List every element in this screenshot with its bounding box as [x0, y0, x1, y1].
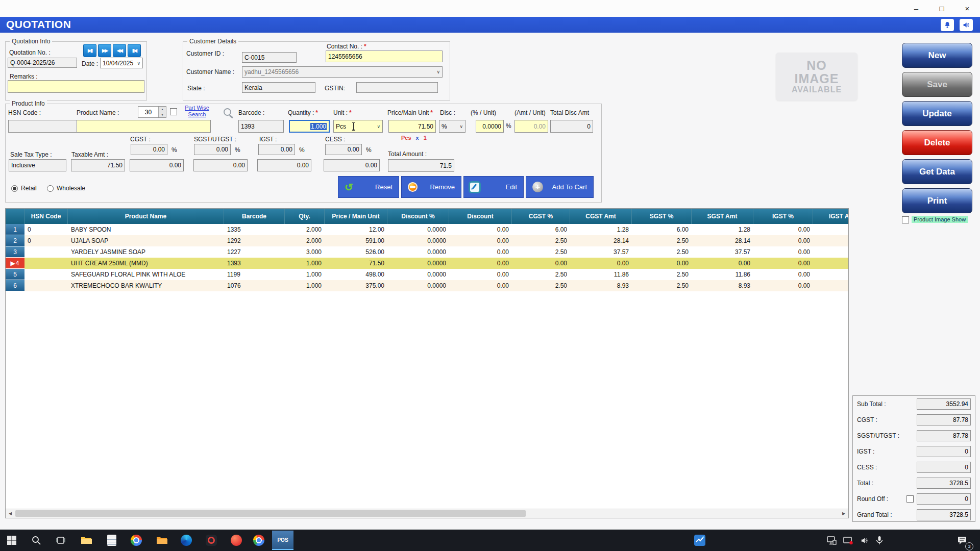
- table-cell[interactable]: 0.00: [753, 280, 813, 291]
- table-cell[interactable]: 0: [24, 235, 68, 246]
- nav-last-icon[interactable]: ▶▮: [83, 44, 96, 57]
- column-header[interactable]: HSN Code: [24, 209, 68, 224]
- scroll-left-icon[interactable]: ◀: [6, 510, 14, 517]
- row-number-cell[interactable]: ▶4: [6, 258, 24, 269]
- table-cell[interactable]: [813, 224, 849, 235]
- table-cell[interactable]: 28.14: [570, 235, 632, 246]
- table-cell[interactable]: 0.00: [753, 246, 813, 258]
- table-cell[interactable]: 0.0000: [387, 269, 449, 280]
- table-cell[interactable]: 2.50: [512, 246, 570, 258]
- table-cell[interactable]: 1335: [224, 224, 285, 235]
- column-header[interactable]: IGST Amt: [813, 209, 849, 224]
- nav-prev-icon[interactable]: ◀◀: [113, 44, 126, 57]
- sgst-pct-field[interactable]: 0.00: [194, 144, 231, 155]
- table-cell[interactable]: XTREMECHOCO BAR KWALITY: [68, 280, 224, 291]
- table-cell[interactable]: 1.28: [570, 224, 632, 235]
- column-header[interactable]: Product Name: [68, 209, 224, 224]
- new-button[interactable]: New: [902, 43, 972, 68]
- table-cell[interactable]: 37.57: [692, 246, 753, 258]
- table-cell[interactable]: 11.86: [692, 269, 753, 280]
- folder-app-icon[interactable]: [155, 534, 168, 547]
- table-row[interactable]: 5SAFEGUARD FLORAL PINK WITH ALOE11991.00…: [6, 269, 849, 280]
- column-header[interactable]: SGST %: [632, 209, 692, 224]
- product-name-field[interactable]: [77, 120, 211, 133]
- row-number-cell[interactable]: 2: [6, 235, 24, 246]
- table-cell[interactable]: 0.00: [570, 258, 632, 269]
- table-row[interactable]: 6XTREMECHOCO BAR KWALITY10761.000375.000…: [6, 280, 849, 291]
- cess-pct-field[interactable]: 0.00: [325, 144, 362, 155]
- scroll-right-icon[interactable]: ▶: [840, 510, 848, 517]
- pct-per-unit-field[interactable]: 0.0000: [476, 120, 504, 133]
- table-cell[interactable]: 526.00: [325, 246, 387, 258]
- pos-app-taskbar-item[interactable]: POS: [272, 531, 293, 550]
- table-cell[interactable]: 0.00: [449, 246, 512, 258]
- microphone-icon[interactable]: [873, 534, 886, 547]
- total-amount-field[interactable]: 71.5: [388, 159, 454, 172]
- table-cell[interactable]: 0.00: [753, 235, 813, 246]
- table-row[interactable]: 3YARDELY JASMINE SOAP12273.000526.000.00…: [6, 246, 849, 258]
- table-cell[interactable]: 0.00: [449, 258, 512, 269]
- table-cell[interactable]: 1227: [224, 246, 285, 258]
- table-cell[interactable]: UHT CREAM 250ML (MMD): [68, 258, 224, 269]
- customer-name-dropdown[interactable]: yadhu_1245565656∨: [242, 66, 443, 78]
- cgst-amt-field[interactable]: 0.00: [130, 159, 184, 171]
- table-cell[interactable]: 1.000: [285, 258, 325, 269]
- notepad-icon[interactable]: [105, 534, 118, 547]
- tray-volume-icon[interactable]: [857, 534, 871, 547]
- table-cell[interactable]: 0.0000: [387, 235, 449, 246]
- table-row[interactable]: 20UJALA SOAP12922.000591.000.00000.002.5…: [6, 235, 849, 246]
- maximize-button[interactable]: □: [929, 0, 954, 17]
- table-cell[interactable]: 6.00: [512, 224, 570, 235]
- table-cell[interactable]: 0.00: [449, 224, 512, 235]
- column-header[interactable]: Qty.: [285, 209, 325, 224]
- table-cell[interactable]: 0.00: [692, 258, 753, 269]
- table-cell[interactable]: 1393: [224, 258, 285, 269]
- wholesale-radio[interactable]: Wholesale: [47, 185, 85, 192]
- save-button[interactable]: Save: [902, 72, 972, 97]
- update-button[interactable]: Update: [902, 101, 972, 126]
- table-cell[interactable]: 11.86: [570, 269, 632, 280]
- table-cell[interactable]: 591.00: [325, 235, 387, 246]
- row-number-cell[interactable]: 3: [6, 246, 24, 258]
- table-cell[interactable]: 8.93: [692, 280, 753, 291]
- column-header[interactable]: IGST %: [753, 209, 813, 224]
- disc-type-dropdown[interactable]: %∨: [439, 120, 465, 133]
- table-cell[interactable]: 0.0000: [387, 258, 449, 269]
- hsn-code-field[interactable]: [8, 120, 85, 133]
- close-button[interactable]: ×: [954, 0, 980, 17]
- table-cell[interactable]: 1292: [224, 235, 285, 246]
- taxable-amt-field[interactable]: 71.50: [71, 159, 125, 171]
- start-button-icon[interactable]: [5, 534, 18, 547]
- table-cell[interactable]: 3.000: [285, 246, 325, 258]
- table-cell[interactable]: 1199: [224, 269, 285, 280]
- customer-id-field[interactable]: C-0015: [242, 52, 297, 63]
- retail-radio[interactable]: Retail: [11, 185, 37, 192]
- volume-icon[interactable]: [960, 19, 973, 31]
- table-cell[interactable]: 1076: [224, 280, 285, 291]
- notifications-bell-icon[interactable]: [941, 19, 954, 31]
- print-button[interactable]: Print: [902, 188, 972, 213]
- network-icon[interactable]: [825, 534, 838, 547]
- table-cell[interactable]: 0.00: [449, 235, 512, 246]
- add-to-cart-button[interactable]: + Add To Cart: [526, 176, 594, 198]
- table-cell[interactable]: 0.00: [449, 280, 512, 291]
- cess-amt-field[interactable]: 0.00: [324, 159, 380, 171]
- contact-no-field[interactable]: 1245565656: [326, 51, 443, 62]
- table-cell[interactable]: 1.000: [285, 269, 325, 280]
- edge-icon[interactable]: [180, 534, 193, 547]
- table-cell[interactable]: 28.14: [692, 235, 753, 246]
- table-cell[interactable]: 0.0000: [387, 224, 449, 235]
- table-cell[interactable]: [813, 280, 849, 291]
- nav-next-icon[interactable]: ▶▶: [98, 44, 111, 57]
- part-wise-search-checkbox[interactable]: [170, 108, 177, 115]
- edit-button[interactable]: Edit: [463, 176, 524, 198]
- column-header[interactable]: CGST Amt: [570, 209, 632, 224]
- table-cell[interactable]: 6.00: [632, 224, 692, 235]
- nav-first-icon[interactable]: ▮◀: [128, 44, 141, 57]
- taskbar-search-icon[interactable]: [30, 534, 43, 547]
- table-cell[interactable]: 71.50: [325, 258, 387, 269]
- table-cell[interactable]: 2.50: [632, 235, 692, 246]
- table-cell[interactable]: UJALA SOAP: [68, 235, 224, 246]
- table-cell[interactable]: 37.57: [570, 246, 632, 258]
- table-cell[interactable]: 2.000: [285, 235, 325, 246]
